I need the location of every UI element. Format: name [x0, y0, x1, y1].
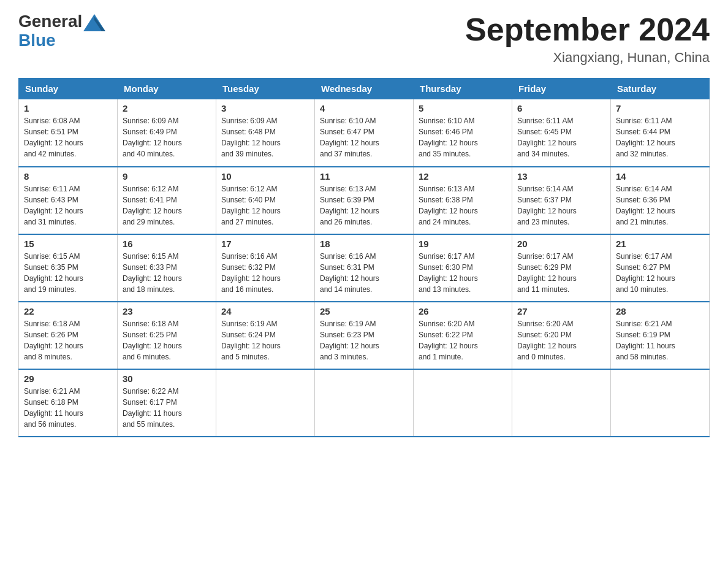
day-cell: 12Sunrise: 6:13 AM Sunset: 6:38 PM Dayli… [414, 167, 512, 234]
day-number: 13 [517, 171, 605, 182]
week-row-4: 29Sunrise: 6:21 AM Sunset: 6:18 PM Dayli… [19, 369, 710, 437]
logo-triangle-icon [83, 14, 105, 31]
week-row-3: 22Sunrise: 6:18 AM Sunset: 6:26 PM Dayli… [19, 302, 710, 369]
day-info: Sunrise: 6:10 AM Sunset: 6:47 PM Dayligh… [320, 115, 408, 159]
day-info: Sunrise: 6:15 AM Sunset: 6:33 PM Dayligh… [123, 251, 211, 295]
day-info: Sunrise: 6:10 AM Sunset: 6:46 PM Dayligh… [419, 115, 507, 159]
day-info: Sunrise: 6:17 AM Sunset: 6:27 PM Dayligh… [616, 251, 704, 295]
week-row-2: 15Sunrise: 6:15 AM Sunset: 6:35 PM Dayli… [19, 234, 710, 302]
day-cell: 2Sunrise: 6:09 AM Sunset: 6:49 PM Daylig… [118, 99, 216, 167]
day-cell: 10Sunrise: 6:12 AM Sunset: 6:40 PM Dayli… [216, 167, 315, 234]
day-number: 1 [24, 103, 112, 113]
day-info: Sunrise: 6:12 AM Sunset: 6:41 PM Dayligh… [123, 183, 211, 228]
day-cell: 28Sunrise: 6:21 AM Sunset: 6:19 PM Dayli… [611, 302, 710, 369]
day-info: Sunrise: 6:12 AM Sunset: 6:40 PM Dayligh… [221, 183, 309, 228]
day-cell: 1Sunrise: 6:08 AM Sunset: 6:51 PM Daylig… [19, 99, 118, 167]
day-info: Sunrise: 6:09 AM Sunset: 6:49 PM Dayligh… [123, 115, 211, 159]
day-number: 2 [123, 103, 211, 113]
day-number: 3 [221, 103, 309, 113]
day-cell: 30Sunrise: 6:22 AM Sunset: 6:17 PM Dayli… [118, 369, 216, 437]
header-monday: Monday [118, 79, 216, 99]
day-cell: 15Sunrise: 6:15 AM Sunset: 6:35 PM Dayli… [19, 234, 118, 302]
day-number: 18 [320, 239, 408, 249]
calendar-subtitle: Xiangxiang, Hunan, China [465, 50, 710, 66]
day-number: 30 [123, 373, 211, 384]
logo-blue: Blue [18, 31, 105, 50]
day-number: 17 [221, 239, 309, 249]
day-cell: 5Sunrise: 6:10 AM Sunset: 6:46 PM Daylig… [414, 99, 512, 167]
day-cell: 4Sunrise: 6:10 AM Sunset: 6:47 PM Daylig… [315, 99, 414, 167]
day-number: 29 [24, 373, 112, 384]
header-sunday: Sunday [19, 79, 118, 99]
title-block: September 2024 Xiangxiang, Hunan, China [465, 12, 710, 66]
day-cell: 6Sunrise: 6:11 AM Sunset: 6:45 PM Daylig… [512, 99, 611, 167]
day-cell: 20Sunrise: 6:17 AM Sunset: 6:29 PM Dayli… [512, 234, 611, 302]
day-number: 14 [616, 171, 704, 182]
day-cell: 17Sunrise: 6:16 AM Sunset: 6:32 PM Dayli… [216, 234, 315, 302]
header-saturday: Saturday [611, 79, 710, 99]
day-number: 26 [419, 306, 507, 316]
day-info: Sunrise: 6:22 AM Sunset: 6:17 PM Dayligh… [123, 386, 211, 430]
day-info: Sunrise: 6:14 AM Sunset: 6:37 PM Dayligh… [517, 183, 605, 228]
day-number: 12 [419, 171, 507, 182]
day-cell: 27Sunrise: 6:20 AM Sunset: 6:20 PM Dayli… [512, 302, 611, 369]
day-cell [512, 369, 611, 437]
logo-general: General [18, 12, 105, 31]
day-cell: 7Sunrise: 6:11 AM Sunset: 6:44 PM Daylig… [611, 99, 710, 167]
day-cell: 16Sunrise: 6:15 AM Sunset: 6:33 PM Dayli… [118, 234, 216, 302]
day-info: Sunrise: 6:09 AM Sunset: 6:48 PM Dayligh… [221, 115, 309, 159]
day-cell: 25Sunrise: 6:19 AM Sunset: 6:23 PM Dayli… [315, 302, 414, 369]
day-info: Sunrise: 6:11 AM Sunset: 6:44 PM Dayligh… [616, 115, 704, 159]
day-number: 9 [123, 171, 211, 182]
day-number: 7 [616, 103, 704, 113]
day-number: 10 [221, 171, 309, 182]
day-cell: 23Sunrise: 6:18 AM Sunset: 6:25 PM Dayli… [118, 302, 216, 369]
day-cell [414, 369, 512, 437]
day-cell: 13Sunrise: 6:14 AM Sunset: 6:37 PM Dayli… [512, 167, 611, 234]
day-info: Sunrise: 6:11 AM Sunset: 6:45 PM Dayligh… [517, 115, 605, 159]
day-cell: 11Sunrise: 6:13 AM Sunset: 6:39 PM Dayli… [315, 167, 414, 234]
day-info: Sunrise: 6:21 AM Sunset: 6:18 PM Dayligh… [24, 386, 112, 430]
day-cell [315, 369, 414, 437]
header-thursday: Thursday [414, 79, 512, 99]
day-number: 27 [517, 306, 605, 316]
calendar-table: SundayMondayTuesdayWednesdayThursdayFrid… [18, 78, 710, 437]
day-info: Sunrise: 6:18 AM Sunset: 6:26 PM Dayligh… [24, 318, 112, 362]
day-info: Sunrise: 6:17 AM Sunset: 6:30 PM Dayligh… [419, 251, 507, 295]
day-cell: 22Sunrise: 6:18 AM Sunset: 6:26 PM Dayli… [19, 302, 118, 369]
calendar-header-row: SundayMondayTuesdayWednesdayThursdayFrid… [19, 79, 710, 99]
day-number: 6 [517, 103, 605, 113]
day-info: Sunrise: 6:18 AM Sunset: 6:25 PM Dayligh… [123, 318, 211, 362]
day-cell: 3Sunrise: 6:09 AM Sunset: 6:48 PM Daylig… [216, 99, 315, 167]
day-number: 5 [419, 103, 507, 113]
day-cell: 18Sunrise: 6:16 AM Sunset: 6:31 PM Dayli… [315, 234, 414, 302]
day-number: 22 [24, 306, 112, 316]
day-info: Sunrise: 6:21 AM Sunset: 6:19 PM Dayligh… [616, 318, 704, 362]
day-cell: 8Sunrise: 6:11 AM Sunset: 6:43 PM Daylig… [19, 167, 118, 234]
day-info: Sunrise: 6:17 AM Sunset: 6:29 PM Dayligh… [517, 251, 605, 295]
day-number: 20 [517, 239, 605, 249]
logo: General Blue [18, 12, 105, 50]
day-info: Sunrise: 6:20 AM Sunset: 6:22 PM Dayligh… [419, 318, 507, 362]
day-number: 23 [123, 306, 211, 316]
day-info: Sunrise: 6:16 AM Sunset: 6:32 PM Dayligh… [221, 251, 309, 295]
header-wednesday: Wednesday [315, 79, 414, 99]
day-info: Sunrise: 6:19 AM Sunset: 6:24 PM Dayligh… [221, 318, 309, 362]
day-info: Sunrise: 6:19 AM Sunset: 6:23 PM Dayligh… [320, 318, 408, 362]
day-cell: 9Sunrise: 6:12 AM Sunset: 6:41 PM Daylig… [118, 167, 216, 234]
day-info: Sunrise: 6:08 AM Sunset: 6:51 PM Dayligh… [24, 115, 112, 159]
day-info: Sunrise: 6:13 AM Sunset: 6:38 PM Dayligh… [419, 183, 507, 228]
day-number: 11 [320, 171, 408, 182]
day-cell: 29Sunrise: 6:21 AM Sunset: 6:18 PM Dayli… [19, 369, 118, 437]
day-info: Sunrise: 6:13 AM Sunset: 6:39 PM Dayligh… [320, 183, 408, 228]
day-cell: 14Sunrise: 6:14 AM Sunset: 6:36 PM Dayli… [611, 167, 710, 234]
header-friday: Friday [512, 79, 611, 99]
day-info: Sunrise: 6:16 AM Sunset: 6:31 PM Dayligh… [320, 251, 408, 295]
day-number: 24 [221, 306, 309, 316]
day-number: 8 [24, 171, 112, 182]
day-cell: 21Sunrise: 6:17 AM Sunset: 6:27 PM Dayli… [611, 234, 710, 302]
day-cell: 26Sunrise: 6:20 AM Sunset: 6:22 PM Dayli… [414, 302, 512, 369]
day-number: 28 [616, 306, 704, 316]
day-cell: 24Sunrise: 6:19 AM Sunset: 6:24 PM Dayli… [216, 302, 315, 369]
calendar-title: September 2024 [465, 12, 710, 47]
